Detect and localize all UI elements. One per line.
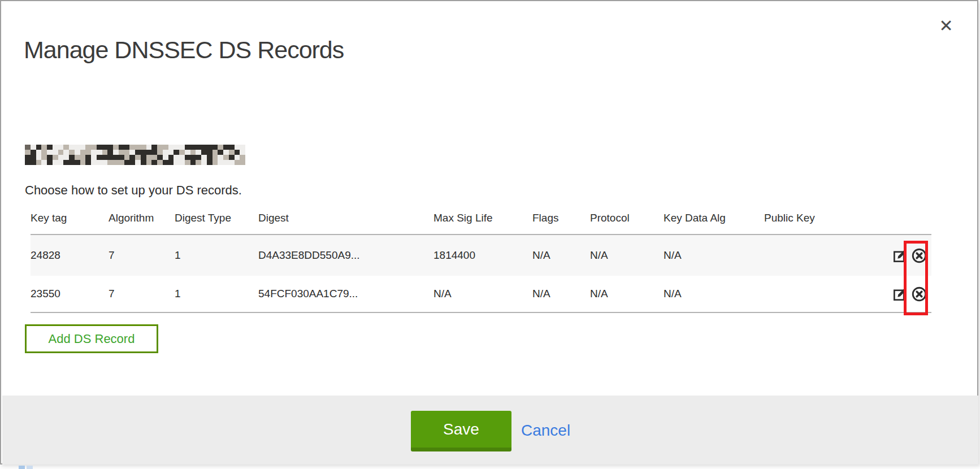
col-max-sig-life: Max Sig Life [433,212,532,224]
cell-max-sig-life: N/A [433,288,532,300]
cell-digest: 54FCF030AA1C79... [258,288,433,300]
cell-key-data-alg: N/A [664,249,764,262]
cell-max-sig-life: 1814400 [433,249,532,262]
dnssec-dialog: Manage DNSSEC DS Records ✕ Choose how to… [0,0,978,464]
close-icon[interactable]: ✕ [933,14,960,38]
cell-algorithm: 7 [109,288,175,300]
page-title: Manage DNSSEC DS Records [24,37,344,63]
row-actions [882,248,931,263]
cell-key-tag: 23550 [31,288,109,300]
cell-flags: N/A [532,288,590,300]
instruction-text: Choose how to set up your DS records. [25,183,242,198]
col-public-key: Public Key [764,212,882,224]
save-button[interactable]: Save [411,411,511,451]
edit-icon [892,248,908,263]
ds-records-table: Key tag Algorithm Digest Type Digest Max… [25,202,931,313]
cell-protocol: N/A [590,288,664,300]
circle-x-icon [912,248,927,263]
cell-key-data-alg: N/A [664,288,764,300]
cell-key-tag: 24828 [31,249,109,262]
cell-algorithm: 7 [109,249,175,262]
col-key-data-alg: Key Data Alg [664,212,764,224]
cell-protocol: N/A [590,249,664,262]
edit-icon [892,286,908,302]
row-actions [882,286,931,302]
delete-record-icon[interactable] [912,248,927,263]
table-header-row: Key tag Algorithm Digest Type Digest Max… [31,202,931,235]
col-algorithm: Algorithm [109,212,175,224]
table-row: 24828 7 1 D4A33E8DD550A9... 1814400 N/A … [31,235,931,276]
cell-digest: D4A33E8DD550A9... [258,249,433,262]
col-flags: Flags [532,212,590,224]
cell-flags: N/A [532,249,590,262]
edit-record-button[interactable] [892,248,908,263]
cell-digest-type: 1 [175,249,258,262]
background-page-fragment [19,466,25,469]
col-digest: Digest [258,212,433,224]
redacted-domain [25,145,245,165]
background-page-fragment [27,466,33,469]
cancel-link[interactable]: Cancel [521,422,570,440]
col-digest-type: Digest Type [175,212,258,224]
circle-x-icon [912,286,927,302]
delete-record-icon[interactable] [912,286,927,302]
cell-digest-type: 1 [175,288,258,300]
add-ds-record-button[interactable]: Add DS Record [25,324,158,353]
edit-record-button[interactable] [892,286,908,302]
col-key-tag: Key tag [31,212,109,224]
col-protocol: Protocol [590,212,664,224]
table-row: 23550 7 1 54FCF030AA1C79... N/A N/A N/A … [31,276,931,313]
